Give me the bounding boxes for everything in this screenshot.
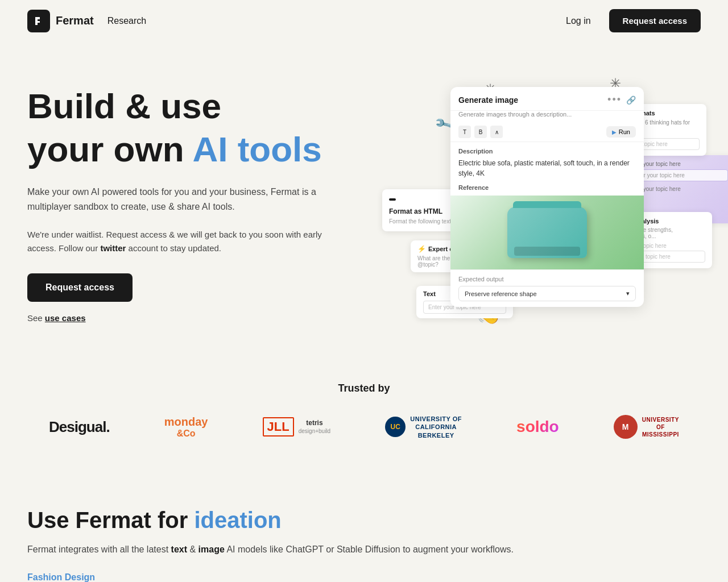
use-categories: Fashion Design Creative Writing <box>27 572 701 582</box>
star-icon: ⚡ <box>417 245 426 253</box>
hero-section: Build & use your own AI tools Make your … <box>0 41 728 360</box>
use-desc: Fermat integrates with all the latest te… <box>27 542 701 557</box>
card-title: Generate image <box>458 95 518 105</box>
hero-heading-line2: your own AI tools <box>27 130 346 169</box>
trusted-section: Trusted by Desigual. monday &Co JLL tetr… <box>0 360 728 473</box>
use-heading-plain: Use Fermat for <box>27 508 194 533</box>
run-label: Run <box>619 128 630 135</box>
category-fashion-design[interactable]: Fashion Design <box>27 572 701 582</box>
hero-heading-accent: AI tools <box>192 130 321 169</box>
use-desc-image: image <box>198 544 225 554</box>
use-desc-and: & <box>187 544 198 554</box>
toolbar-icon-chevron[interactable]: ∧ <box>490 126 503 138</box>
run-icon: ▶ <box>612 129 617 135</box>
link-icon: 🔗 <box>626 95 636 105</box>
desc-text: Electric blue sofa, plastic material, so… <box>458 158 636 178</box>
logo-berkeley: UC UNIVERSITY OFCALIFORNIABERKELEY <box>385 415 462 439</box>
run-button[interactable]: ▶ Run <box>606 126 636 138</box>
card-header: Generate image ••• 🔗 <box>450 87 644 111</box>
card-dots: ••• <box>607 94 622 106</box>
um-icon: M <box>614 415 638 439</box>
logo-monday: monday &Co <box>164 415 208 439</box>
nav-research[interactable]: Research <box>107 16 146 26</box>
logos-row: Desigual. monday &Co JLL tetrisdesign+bu… <box>27 415 701 462</box>
output-value: Preserve reference shape <box>465 290 537 297</box>
logo-desigual: Desigual. <box>49 418 110 436</box>
use-desc-text: text <box>171 544 187 554</box>
logo-text: Fermat <box>56 14 94 27</box>
request-access-button-hero[interactable]: Request access <box>27 273 133 302</box>
logo[interactable]: Fermat <box>27 10 94 32</box>
card-subtitle: Generate images through a description... <box>450 111 644 122</box>
output-label: Expected output <box>458 276 636 282</box>
twitter-link[interactable]: twitter <box>100 243 126 253</box>
use-desc-after: AI models like ChatGPT or Stable Diffusi… <box>225 544 514 554</box>
use-heading-accent: ideation <box>194 508 281 533</box>
see-label: See <box>27 313 45 323</box>
toolbar-icon-b[interactable]: B <box>474 126 487 138</box>
format-tag <box>389 198 396 201</box>
reference-image <box>450 196 644 269</box>
login-button[interactable]: Log in <box>557 11 600 31</box>
navbar: Fermat Research Log in Request access <box>0 0 728 41</box>
hero-heading-line1: Build & use <box>27 87 346 126</box>
use-desc-before: Fermat integrates with all the latest <box>27 544 171 554</box>
trusted-title: Trusted by <box>27 383 701 394</box>
logo-jll-group: JLL tetrisdesign+build <box>263 417 331 436</box>
output-select[interactable]: Preserve reference shape ▾ <box>458 286 636 301</box>
use-section: Use Fermat for ideation Fermat integrate… <box>0 473 728 582</box>
use-cases-link[interactable]: use cases <box>45 313 86 323</box>
main-mockup-card: Generate image ••• 🔗 Generate images thr… <box>450 87 644 307</box>
navbar-right: Log in Request access <box>557 9 701 32</box>
hero-left: Build & use your own AI tools Make your … <box>27 76 346 323</box>
desc-label: Description <box>458 148 636 155</box>
navbar-left: Fermat Research <box>27 10 146 32</box>
toolbar-icon-t[interactable]: T <box>458 126 471 138</box>
toolbar-icons: T B ∧ <box>458 126 503 138</box>
request-access-button-nav[interactable]: Request access <box>609 9 701 32</box>
logo-university-mississippi: M UNIVERSITYofMISSISSIPPI <box>614 415 679 439</box>
hero-description: Make your own AI powered tools for you a… <box>27 185 346 214</box>
card-bottom: Expected output Preserve reference shape… <box>450 269 644 307</box>
card-toolbar: T B ∧ ▶ Run <box>450 122 644 142</box>
hero-use-cases: See use cases <box>27 313 346 323</box>
reference-label: Reference <box>450 184 644 196</box>
use-heading: Use Fermat for ideation <box>27 508 701 533</box>
description-section: Description Electric blue sofa, plastic … <box>450 142 644 184</box>
logo-soldo: soldo <box>516 418 559 436</box>
hero-heading-plain: your own <box>27 130 192 169</box>
logo-icon <box>27 10 50 32</box>
hero-right: ✳ ✦ ✳ ✦ 🔧 Generate image ••• 🔗 Generate … <box>382 76 701 337</box>
chevron-down-icon: ▾ <box>626 290 630 297</box>
waitlist-text-after: account to stay updated. <box>126 243 221 253</box>
hero-waitlist: We're under waitlist. Request access & w… <box>27 228 346 255</box>
